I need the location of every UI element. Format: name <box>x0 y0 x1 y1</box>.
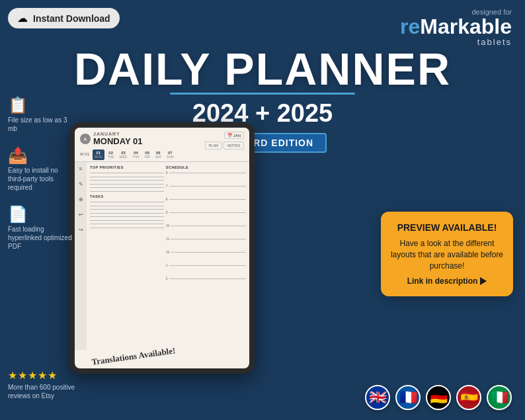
week-day-thu: 04 THU <box>130 149 141 160</box>
flag-fr: 🇫🇷 <box>395 385 421 410</box>
rating-section: ★★★★★ More than 600 positive reviews on … <box>8 369 81 400</box>
screen-month: JANUARY <box>93 132 142 136</box>
flag-it: 🇮🇹 <box>487 385 512 410</box>
left-sidebar: ≡ ✎ ⊕ ↩ ↪ <box>75 162 87 350</box>
week-day-mon: 01 MON <box>93 149 104 160</box>
jan-badge: 📅JAN <box>224 132 244 139</box>
flags-row: 🇬🇧 🇫🇷 🇩🇪 🇪🇸 🇮🇹 <box>365 385 512 410</box>
device-screen: A JANUARY MONDAY 01 W 01 01 MON <box>75 128 249 368</box>
file-icon: 📋 <box>8 96 74 114</box>
priorities-label: TOP PRIORITIES <box>90 165 164 169</box>
feature-install-text: Easy to install no third-party tools req… <box>8 166 74 192</box>
preview-title: PREVIEW AVAILABLE! <box>390 222 504 233</box>
hour-2: 2 <box>166 276 168 280</box>
feature-file-size: 📋 File size as low as 3 mb <box>8 96 74 133</box>
preview-body: Have a look at the different layouts tha… <box>390 238 504 271</box>
hour-10: 10 <box>166 224 170 228</box>
feature-file-size-text: File size as low as 3 mb <box>8 116 74 133</box>
hour-1: 1 <box>166 263 168 267</box>
sidebar-icon-4: ↩ <box>79 212 83 218</box>
sidebar-icon-2: ✎ <box>79 181 83 187</box>
schedule-column: SCHEDULE 6 7 8 9 10 11 12 1 <box>166 164 246 348</box>
hour-11: 11 <box>166 237 170 241</box>
screen-header: A JANUARY MONDAY 01 W 01 01 MON <box>75 128 249 162</box>
badge-text: Instant Download <box>33 13 110 24</box>
sidebar-icon-1: ≡ <box>79 166 83 172</box>
preview-callout: PREVIEW AVAILABLE! Have a look at the di… <box>381 212 513 296</box>
features-list: 📋 File size as low as 3 mb 📤 Easy to ins… <box>8 96 74 264</box>
week-day-sat: 06 SAT <box>153 149 163 160</box>
install-icon: 📤 <box>8 146 74 165</box>
week-day-sun: 07 SUN <box>165 149 176 160</box>
schedule-label: SCHEDULE <box>166 165 246 169</box>
star-rating: ★★★★★ <box>8 369 81 382</box>
hour-9: 9 <box>166 210 168 214</box>
preview-arrow-icon <box>480 277 487 285</box>
plan-tab[interactable]: PLAN <box>205 142 222 149</box>
profile-icon: A <box>80 134 91 144</box>
feature-install: 📤 Easy to install no third-party tools r… <box>8 146 74 192</box>
cloud-icon: ☁ <box>17 12 28 24</box>
remarkable-brand: designed for reMarkable tablets <box>400 8 512 47</box>
screen-day: MONDAY 01 <box>93 136 142 146</box>
sidebar-icon-5: ↪ <box>79 227 83 233</box>
week-day-tue: 02 TUE <box>106 149 116 160</box>
hour-6: 6 <box>166 171 168 175</box>
tasks-label: TASKS <box>90 194 164 198</box>
flag-de: 🇩🇪 <box>426 385 451 410</box>
device-mockup: A JANUARY MONDAY 01 W 01 01 MON <box>69 122 255 374</box>
notes-tab[interactable]: NOTES <box>223 142 244 149</box>
preview-link[interactable]: Link in description <box>390 276 504 286</box>
week-day-wed: 03 WED <box>118 149 130 160</box>
sidebar-icon-3: ⊕ <box>79 196 83 202</box>
hour-8: 8 <box>166 197 168 201</box>
feature-loading-text: Fast loading hyperlinked optimized PDF <box>8 225 74 251</box>
instant-download-badge: ☁ Instant Download <box>8 8 120 28</box>
week-badge: W 01 <box>80 152 89 156</box>
flag-uk: 🇬🇧 <box>365 385 390 410</box>
tablets-text: tablets <box>400 37 512 47</box>
hour-12: 12 <box>166 250 170 254</box>
remarkable-name: reMarkable <box>400 16 512 37</box>
priorities-column: TOP PRIORITIES TASKS <box>90 164 164 348</box>
daily-planner-title: DAILY PLANNER <box>0 46 525 91</box>
flag-es: 🇪🇸 <box>456 385 481 410</box>
feature-loading: 📄 Fast loading hyperlinked optimized PDF <box>8 205 74 251</box>
rating-text: More than 600 positive reviews on Etsy <box>8 383 81 400</box>
week-nav: 01 MON 02 TUE 03 WED <box>93 149 176 160</box>
hour-7: 7 <box>166 184 168 188</box>
pdf-icon: 📄 <box>8 205 74 224</box>
week-day-fri: 05 FRI <box>143 149 152 160</box>
